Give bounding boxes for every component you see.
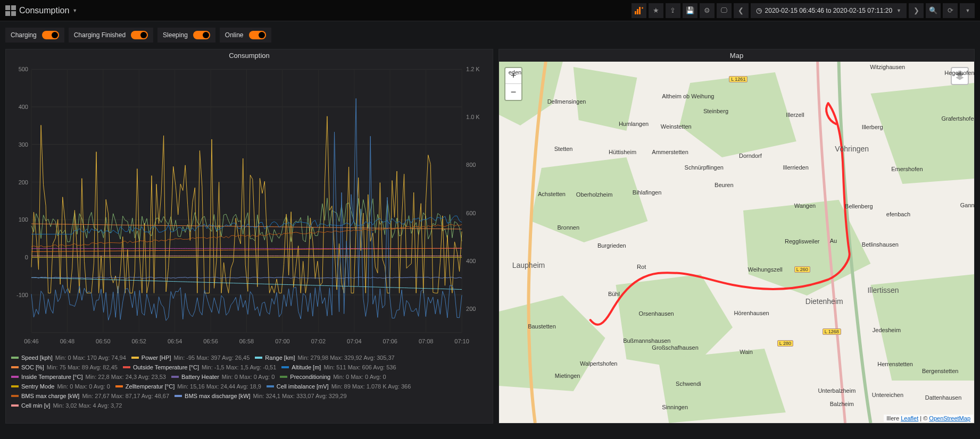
svg-text:-100: -100 [16,292,28,298]
svg-text:600: 600 [466,210,476,216]
legend-name: Zelltemperatur [°C] [126,382,175,391]
layers-icon [955,71,965,81]
legend-stats: Min: 0 Max: 0 Avg: 0 [333,372,386,382]
top-bar: Consumption ▼ ★ ⇪ 💾 ⚙ 🖵 ❮ 2020-02-15 06:… [0,0,980,21]
svg-text:06:52: 06:52 [132,338,146,344]
legend-item[interactable]: Outside Temperature [°C]Min: -1,5 Max: 1… [123,362,276,372]
share-button[interactable]: ⇪ [666,3,680,18]
filter-label: Online [225,31,244,39]
legend-stats: Min: 75 Max: 89 Avg: 82,45 [47,362,118,372]
zoom-in-button[interactable]: + [505,68,521,84]
legend-stats: Min: -1,5 Max: 1,5 Avg: -0,51 [202,362,276,372]
filter-charging-finished: Charging Finished [69,28,153,43]
panel-title: Consumption [6,49,493,62]
svg-text:400: 400 [466,258,476,264]
legend-name: Preconditioning [290,372,330,382]
legend-item[interactable]: Battery HeaterMin: 0 Max: 0 Avg: 0 [171,372,275,382]
chevron-down-icon: ▼ [72,8,77,13]
settings-button[interactable]: ⚙ [700,3,715,18]
time-forward-button[interactable]: ❯ [909,3,924,18]
svg-text:1.0 K: 1.0 K [466,114,480,120]
time-back-button[interactable]: ❮ [734,3,749,18]
tv-mode-button[interactable]: 🖵 [717,3,732,18]
legend-item[interactable]: SOC [%]Min: 75 Max: 89 Avg: 82,45 [11,362,118,372]
legend-name: SOC [%] [21,362,44,372]
svg-text:07:08: 07:08 [419,338,433,344]
filter-bar: ChargingCharging FinishedSleepingOnline [0,21,980,49]
legend-item[interactable]: Power [HP]Min: -95 Max: 397 Avg: 26,45 [131,353,250,362]
legend-name: Cell min [v] [21,401,50,410]
legend-item[interactable]: Cell min [v]Min: 3,02 Max: 4 Avg: 3,72 [11,401,122,410]
legend-swatch [280,376,287,378]
save-button[interactable]: 💾 [683,3,697,18]
legend-swatch [123,366,130,368]
legend-swatch [11,357,19,359]
svg-text:07:10: 07:10 [454,338,469,344]
legend-stats: Min: 15,16 Max: 24,44 Avg: 18,9 [177,382,261,391]
zoom-out-button[interactable]: − [505,84,521,100]
legend-item[interactable]: BMS max charge [kW]Min: 27,67 Max: 87,17… [11,391,169,401]
svg-text:06:48: 06:48 [60,338,74,344]
svg-text:0: 0 [25,254,28,260]
legend-swatch [11,366,19,368]
legend-stats: Min: 89 Max: 1.078 K Avg: 366 [331,382,411,391]
svg-text:06:50: 06:50 [96,338,110,344]
legend-swatch [11,404,19,407]
filter-toggle[interactable] [42,31,59,39]
svg-text:100: 100 [19,216,28,223]
filter-sleeping: Sleeping [157,28,215,43]
clock-icon [756,6,762,14]
dashboard-title: Consumption [19,6,69,15]
svg-text:400: 400 [19,104,28,110]
legend-stats: Min: -95 Max: 397 Avg: 26,45 [173,353,250,362]
legend-item[interactable]: Sentry ModeMin: 0 Max: 0 Avg: 0 [11,382,110,391]
svg-text:06:56: 06:56 [203,338,218,344]
refresh-interval-dropdown[interactable]: ▼ [960,3,975,18]
svg-rect-1 [637,9,638,14]
legend-item[interactable]: Inside Temperature [°C]Min: 22,8 Max: 24… [11,372,166,382]
map[interactable]: + − Illere Leaflet | © OpenStreetMap Wit… [499,62,974,423]
svg-text:300: 300 [19,141,28,148]
legend-item[interactable]: Speed [kph]Min: 0 Max: 170 Avg: 74,94 [11,353,126,362]
refresh-button[interactable]: ⟳ [943,3,958,18]
legend-stats: Min: 0 Max: 0 Avg: 0 [222,372,275,382]
legend-item[interactable]: BMS max discharge [kW]Min: 324,1 Max: 33… [175,391,346,401]
leaflet-link[interactable]: Leaflet [901,415,918,421]
legend-item[interactable]: PreconditioningMin: 0 Max: 0 Avg: 0 [280,372,386,382]
legend-item[interactable]: Range [km]Min: 279,98 Max: 329,92 Avg: 3… [255,353,394,362]
legend-item[interactable]: Zelltemperatur [°C]Min: 15,16 Max: 24,44… [115,382,261,391]
legend-name: BMS max discharge [kW] [185,391,250,401]
star-button[interactable]: ★ [649,3,663,18]
svg-text:07:04: 07:04 [347,338,361,344]
road-label: L 1261 [729,76,748,82]
consumption-chart[interactable]: -10001002003004005002004006008001.0 K1.2… [10,64,488,349]
legend-name: Cell imbalance [mV] [277,382,329,391]
legend-swatch [267,385,274,387]
legend-stats: Min: 511 Max: 606 Avg: 536 [323,362,396,372]
legend-swatch [255,357,262,359]
svg-text:07:02: 07:02 [311,338,326,344]
consumption-panel: Consumption -100010020030040050020040060… [5,49,493,424]
filter-toggle[interactable] [193,31,210,39]
legend-swatch [11,395,19,397]
zoom-out-button[interactable]: 🔍 [926,3,941,18]
legend-item[interactable]: Cell imbalance [mV]Min: 89 Max: 1.078 K … [267,382,411,391]
legend-swatch [175,395,182,397]
legend-swatch [115,385,123,387]
time-range-picker[interactable]: 2020-02-15 06:45:46 to 2020-02-15 07:11:… [751,3,907,18]
add-panel-button[interactable] [632,3,646,18]
svg-text:06:46: 06:46 [24,338,38,344]
svg-text:800: 800 [466,162,476,168]
legend-stats: Min: 27,67 Max: 87,17 Avg: 48,67 [82,391,169,401]
filter-toggle[interactable] [249,31,266,39]
legend-swatch [11,376,19,378]
time-range-text: 2020-02-15 06:45:46 to 2020-02-15 07:11:… [765,7,893,14]
map-layers-button[interactable] [951,67,969,85]
filter-toggle[interactable] [131,31,148,39]
legend-item[interactable]: Altitude [m]Min: 511 Max: 606 Avg: 536 [281,362,396,372]
legend-stats: Min: 279,98 Max: 329,92 Avg: 305,37 [298,353,395,362]
filter-label: Charging Finished [74,31,126,39]
svg-rect-2 [639,7,641,14]
osm-link[interactable]: OpenStreetMap [929,415,970,421]
dashboard-title-dropdown[interactable]: Consumption ▼ [19,6,77,15]
